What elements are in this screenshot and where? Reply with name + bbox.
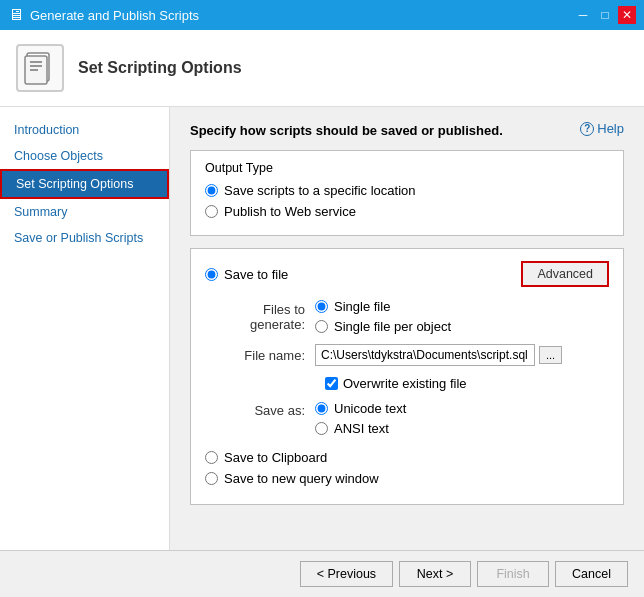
content: Introduction Choose Objects Set Scriptin…	[0, 107, 644, 550]
title-bar-controls: ─ □ ✕	[574, 6, 636, 24]
radio-single-file-per-object-label: Single file per object	[334, 319, 451, 334]
radio-save-to-location[interactable]: Save scripts to a specific location	[205, 183, 609, 198]
file-name-control: ...	[315, 344, 609, 366]
radio-save-file-label: Save to file	[224, 267, 288, 282]
previous-button[interactable]: < Previous	[300, 561, 393, 587]
radio-ansi[interactable]: ANSI text	[315, 421, 406, 436]
radio-single-file-label: Single file	[334, 299, 390, 314]
title-bar-title: Generate and Publish Scripts	[30, 8, 199, 23]
browse-button[interactable]: ...	[539, 346, 562, 364]
script-icon	[22, 50, 58, 86]
overwrite-row[interactable]: Overwrite existing file	[325, 376, 609, 391]
radio-save-location-input[interactable]	[205, 184, 218, 197]
inner-box-header: Save to file Advanced	[205, 261, 609, 287]
radio-save-to-query-window[interactable]: Save to new query window	[205, 471, 609, 486]
save-as-label: Save as:	[205, 401, 315, 418]
radio-save-clipboard-label: Save to Clipboard	[224, 450, 327, 465]
maximize-button[interactable]: □	[596, 6, 614, 24]
save-to-file-box: Save to file Advanced Files to generate:…	[190, 248, 624, 505]
radio-save-query-window-input[interactable]	[205, 472, 218, 485]
radio-save-file-input[interactable]	[205, 268, 218, 281]
radio-single-file-per-object-input[interactable]	[315, 320, 328, 333]
title-bar-icon: 🖥	[8, 6, 24, 24]
radio-ansi-input[interactable]	[315, 422, 328, 435]
radio-publish-web-label: Publish to Web service	[224, 204, 356, 219]
radio-unicode[interactable]: Unicode text	[315, 401, 406, 416]
radio-publish-web[interactable]: Publish to Web service	[205, 204, 609, 219]
sidebar-item-save-or-publish[interactable]: Save or Publish Scripts	[0, 225, 169, 251]
help-link[interactable]: ? Help	[580, 121, 624, 136]
files-to-generate-row: Files to generate: Single file Single fi…	[205, 299, 609, 334]
bottom-buttons: < Previous Next > Finish Cancel	[0, 550, 644, 597]
section-description: Specify how scripts should be saved or p…	[190, 123, 624, 138]
title-bar: 🖥 Generate and Publish Scripts ─ □ ✕	[0, 0, 644, 30]
radio-save-to-file[interactable]: Save to file	[205, 267, 288, 282]
next-button[interactable]: Next >	[399, 561, 471, 587]
help-icon: ?	[580, 122, 594, 136]
main-content: ? Help Specify how scripts should be sav…	[170, 107, 644, 550]
radio-single-file-per-object[interactable]: Single file per object	[315, 319, 451, 334]
sidebar: Introduction Choose Objects Set Scriptin…	[0, 107, 170, 550]
file-name-row: File name: ...	[205, 344, 609, 366]
sidebar-item-choose-objects[interactable]: Choose Objects	[0, 143, 169, 169]
radio-publish-web-input[interactable]	[205, 205, 218, 218]
minimize-button[interactable]: ─	[574, 6, 592, 24]
sidebar-item-summary[interactable]: Summary	[0, 199, 169, 225]
header: Set Scripting Options	[0, 30, 644, 107]
save-as-row: Save as: Unicode text ANSI text	[205, 401, 609, 436]
sidebar-item-introduction[interactable]: Introduction	[0, 117, 169, 143]
radio-save-clipboard-input[interactable]	[205, 451, 218, 464]
sidebar-item-set-scripting-options[interactable]: Set Scripting Options	[0, 169, 169, 199]
files-to-generate-options: Single file Single file per object	[315, 299, 609, 334]
radio-single-file[interactable]: Single file	[315, 299, 390, 314]
files-to-generate-label: Files to generate:	[205, 302, 315, 332]
overwrite-checkbox[interactable]	[325, 377, 338, 390]
radio-single-file-input[interactable]	[315, 300, 328, 313]
radio-unicode-input[interactable]	[315, 402, 328, 415]
radio-save-location-label: Save scripts to a specific location	[224, 183, 415, 198]
cancel-button[interactable]: Cancel	[555, 561, 628, 587]
output-type-label: Output Type	[205, 161, 609, 175]
advanced-button[interactable]: Advanced	[521, 261, 609, 287]
output-type-group: Output Type Save scripts to a specific l…	[190, 150, 624, 236]
help-label: Help	[597, 121, 624, 136]
radio-unicode-label: Unicode text	[334, 401, 406, 416]
finish-button[interactable]: Finish	[477, 561, 549, 587]
save-as-options: Unicode text ANSI text	[315, 401, 406, 436]
radio-save-to-clipboard[interactable]: Save to Clipboard	[205, 450, 609, 465]
close-button[interactable]: ✕	[618, 6, 636, 24]
header-icon	[16, 44, 64, 92]
header-title: Set Scripting Options	[78, 59, 242, 77]
file-name-label: File name:	[205, 348, 315, 363]
overwrite-label: Overwrite existing file	[343, 376, 467, 391]
radio-ansi-label: ANSI text	[334, 421, 389, 436]
dialog-body: Set Scripting Options Introduction Choos…	[0, 30, 644, 597]
radio-save-query-window-label: Save to new query window	[224, 471, 379, 486]
file-name-input[interactable]	[315, 344, 535, 366]
